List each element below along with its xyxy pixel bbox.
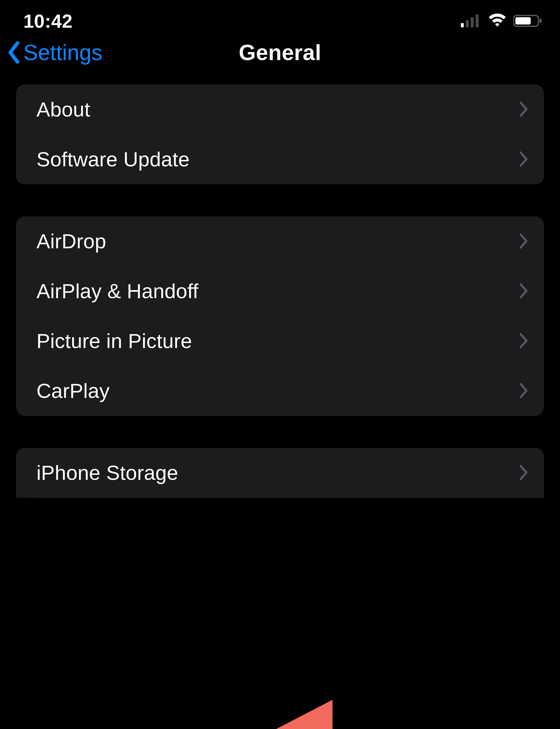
row-label: Software Update — [36, 148, 190, 171]
settings-list: About Software Update AirDrop AirPla — [0, 85, 560, 498]
settings-group-3: iPhone Storage — [16, 448, 544, 498]
row-software-update[interactable]: Software Update — [16, 134, 544, 184]
settings-group-1: About Software Update — [16, 85, 544, 184]
row-label: AirDrop — [36, 230, 106, 253]
status-time: 10:42 — [23, 10, 73, 32]
svg-rect-2 — [471, 17, 474, 27]
row-label: iPhone Storage — [36, 461, 178, 485]
annotation-arrow-icon — [251, 688, 513, 729]
chevron-left-icon — [7, 41, 20, 64]
row-airplay-handoff[interactable]: AirPlay & Handoff — [16, 266, 544, 316]
wifi-icon — [487, 14, 507, 29]
svg-rect-1 — [466, 20, 469, 27]
row-picture-in-picture[interactable]: Picture in Picture — [16, 316, 544, 366]
row-carplay[interactable]: CarPlay — [16, 366, 544, 416]
row-label: Picture in Picture — [36, 329, 192, 353]
back-label: Settings — [23, 40, 102, 65]
svg-rect-3 — [476, 14, 479, 27]
phone-screen: 10:42 — [0, 0, 560, 729]
svg-rect-0 — [461, 23, 464, 27]
chevron-right-icon — [519, 333, 528, 349]
battery-icon — [513, 14, 543, 28]
cellular-icon — [461, 14, 481, 28]
row-label: AirPlay & Handoff — [36, 279, 198, 303]
row-about[interactable]: About — [16, 85, 544, 134]
chevron-right-icon — [519, 283, 528, 300]
row-label: About — [36, 98, 90, 121]
row-airdrop[interactable]: AirDrop — [16, 216, 544, 266]
back-button[interactable]: Settings — [7, 29, 102, 76]
row-label: CarPlay — [36, 379, 110, 403]
svg-rect-6 — [540, 19, 542, 23]
chevron-right-icon — [519, 233, 528, 250]
nav-bar: Settings General — [0, 38, 560, 85]
page-title: General — [239, 40, 321, 65]
svg-marker-8 — [251, 700, 333, 729]
chevron-right-icon — [519, 101, 528, 118]
chevron-right-icon — [519, 464, 528, 481]
status-icons — [461, 14, 543, 29]
settings-group-2: AirDrop AirPlay & Handoff Picture in Pic… — [16, 216, 544, 416]
chevron-right-icon — [519, 151, 528, 168]
svg-rect-5 — [515, 17, 531, 25]
row-iphone-storage[interactable]: iPhone Storage — [16, 448, 544, 498]
chevron-right-icon — [519, 382, 528, 399]
